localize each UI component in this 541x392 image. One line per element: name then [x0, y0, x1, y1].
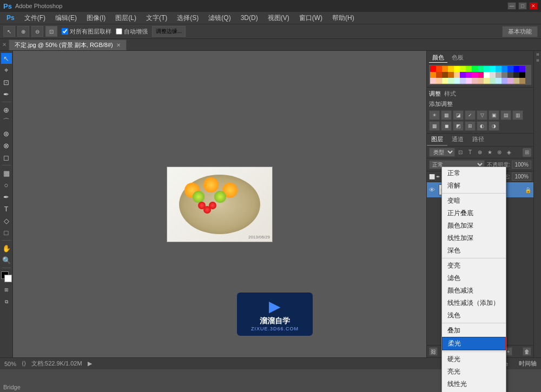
swatch[interactable]: [466, 66, 472, 72]
adj-posterize[interactable]: ◐: [477, 121, 487, 131]
swatch[interactable]: [436, 72, 442, 78]
swatch[interactable]: [478, 78, 484, 84]
sample-layers-checkbox[interactable]: 对所有图层取样: [62, 28, 111, 36]
auto-enhance-checkbox[interactable]: 自动增强: [116, 28, 148, 36]
adj-invert[interactable]: ⊞: [465, 121, 476, 131]
layer-visibility-toggle[interactable]: 👁: [429, 187, 437, 193]
swatch[interactable]: [484, 66, 490, 72]
swatch[interactable]: [442, 66, 448, 72]
options-btn-4[interactable]: ⊡: [45, 26, 57, 37]
swatch[interactable]: [436, 78, 442, 84]
swatch[interactable]: [478, 72, 484, 78]
options-btn-2[interactable]: ⊕: [17, 26, 29, 37]
delete-layer-button[interactable]: 🗑: [523, 347, 531, 356]
fill-value[interactable]: 100%: [512, 172, 531, 181]
adj-channel-mixer[interactable]: ◼: [441, 121, 452, 131]
adj-color-balance[interactable]: ▤: [500, 110, 511, 120]
menu-view[interactable]: 视图(V): [263, 12, 294, 24]
swatch[interactable]: [513, 78, 519, 84]
adjust-edge-button[interactable]: 调整边缘...: [152, 26, 186, 37]
doc-size-arrow[interactable]: ▶: [88, 360, 92, 367]
menu-image[interactable]: 图像(I): [82, 12, 110, 24]
blend-color-dodge[interactable]: 颜色减淡: [442, 284, 506, 297]
tool-lasso[interactable]: ⌖: [1, 65, 12, 76]
layer-options-1[interactable]: T: [466, 148, 474, 157]
blend-darker-color[interactable]: 深色: [442, 244, 506, 257]
foreground-color[interactable]: [1, 271, 12, 282]
swatch[interactable]: [430, 78, 436, 84]
blend-linear-dodge[interactable]: 线性减淡（添加）: [442, 297, 506, 309]
options-btn-3[interactable]: ⊖: [31, 26, 43, 37]
minimize-button[interactable]: —: [507, 2, 516, 10]
tab-color[interactable]: 颜色: [429, 53, 447, 63]
tool-text[interactable]: T: [1, 203, 12, 214]
layer-type-select[interactable]: 类型: [429, 148, 455, 157]
blend-normal[interactable]: 正常: [442, 167, 506, 180]
swatch[interactable]: [507, 72, 513, 78]
menu-ps[interactable]: Ps: [2, 13, 19, 23]
close-button[interactable]: ✕: [529, 2, 538, 10]
swatch[interactable]: [519, 78, 525, 84]
swatch[interactable]: [436, 66, 442, 72]
tab-paths[interactable]: 路径: [468, 134, 489, 146]
add-link-button[interactable]: ⛓: [429, 347, 438, 356]
menu-help[interactable]: 帮助(H): [328, 12, 359, 24]
blend-vivid-light[interactable]: 亮光: [442, 366, 506, 378]
swatch[interactable]: [490, 78, 496, 84]
swatch[interactable]: [496, 66, 502, 72]
adj-photo-filter[interactable]: ▩: [429, 121, 440, 131]
tool-selection[interactable]: ↖: [1, 53, 12, 64]
swatch[interactable]: [496, 78, 502, 84]
layer-options-4[interactable]: ⊛: [495, 148, 504, 157]
swatch[interactable]: [430, 66, 436, 72]
tab-swatches[interactable]: 色板: [448, 53, 467, 63]
menu-file[interactable]: 文件(F): [20, 12, 50, 24]
swatch[interactable]: [490, 72, 496, 78]
doc-tab-close[interactable]: ✕: [116, 42, 121, 48]
blend-hard-light[interactable]: 硬光: [442, 353, 506, 366]
swatch[interactable]: [513, 72, 519, 78]
tool-shape[interactable]: □: [1, 227, 12, 238]
swatch[interactable]: [454, 78, 460, 84]
blend-multiply[interactable]: 正片叠底: [442, 207, 506, 220]
lock-transparent[interactable]: ⬜: [429, 174, 435, 180]
blend-overlay[interactable]: 叠加: [442, 324, 506, 337]
adj-vibrance[interactable]: ▽: [477, 110, 487, 120]
swatch[interactable]: [448, 72, 454, 78]
tool-hand[interactable]: ✋: [1, 243, 12, 254]
blend-color-burn[interactable]: 颜色加深: [442, 220, 506, 232]
swatch[interactable]: [478, 66, 484, 72]
swatch[interactable]: [460, 78, 466, 84]
document-tab[interactable]: 不定.jpg @ 50% (背景 副本, RGB/8#) ✕: [9, 39, 127, 50]
swatch[interactable]: [466, 78, 472, 84]
swatch[interactable]: [472, 72, 478, 78]
layer-options-2[interactable]: ⊕: [476, 148, 484, 157]
tool-screen[interactable]: ⧉: [1, 296, 12, 307]
zoom-arrows[interactable]: ⟨⟩: [22, 360, 26, 367]
tab-adjustments[interactable]: 调整: [429, 90, 441, 98]
tool-history[interactable]: ⊗: [1, 140, 12, 151]
tool-spot-heal[interactable]: ⊕: [1, 104, 12, 115]
tool-mode[interactable]: ⊞: [1, 284, 12, 295]
tool-pen[interactable]: ✒: [1, 191, 12, 202]
blend-mode-dropdown[interactable]: 正常 溶解 变暗 正片叠底 颜色加深 线性加深 深色 变亮 滤色 颜色减淡 线性…: [441, 167, 506, 392]
tool-crop[interactable]: ⊡: [1, 77, 12, 88]
swatch[interactable]: [502, 66, 507, 72]
swatch[interactable]: [442, 78, 448, 84]
layer-filter-icon[interactable]: ⊡: [456, 148, 465, 157]
layer-options-3[interactable]: ★: [485, 148, 494, 157]
blend-linear-burn[interactable]: 线性加深: [442, 232, 506, 244]
swatch[interactable]: [484, 72, 490, 78]
adj-exposure[interactable]: ✓: [465, 110, 476, 120]
swatch[interactable]: [448, 66, 454, 72]
tool-eraser[interactable]: ◻: [1, 152, 12, 163]
blend-soft-light[interactable]: 柔光: [442, 337, 506, 350]
swatch[interactable]: [519, 66, 525, 72]
blend-linear-light[interactable]: 线性光: [442, 378, 506, 390]
swatch[interactable]: [496, 72, 502, 78]
swatch[interactable]: [460, 66, 466, 72]
swatch[interactable]: [442, 72, 448, 78]
swatch[interactable]: [454, 72, 460, 78]
workspace-label[interactable]: 基本功能: [502, 26, 538, 37]
opacity-value[interactable]: 100%: [512, 161, 531, 169]
